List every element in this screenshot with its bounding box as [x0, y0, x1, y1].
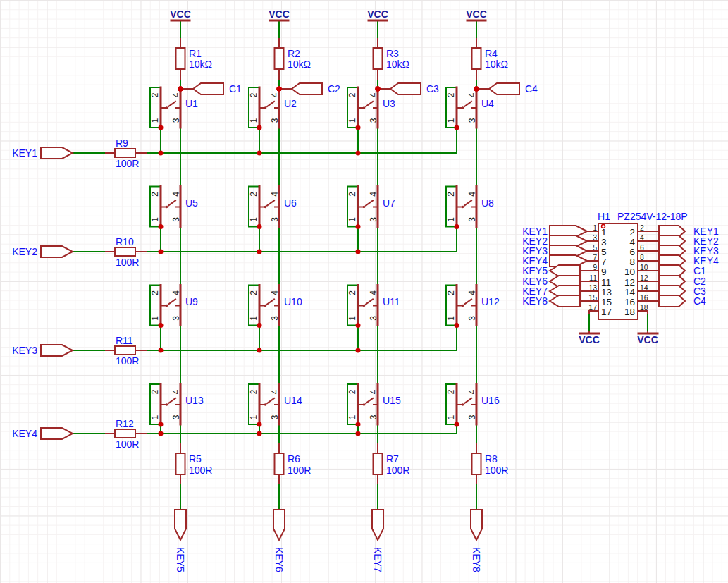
series-resistor[interactable]: R10100R [106, 236, 147, 268]
connector-vcc-left[interactable]: VCC [579, 311, 600, 345]
resistor-value[interactable]: 100R [116, 158, 139, 169]
connector-part[interactable]: PZ254V-12-18P [617, 211, 688, 222]
resistor-ref[interactable]: R2 [288, 48, 300, 59]
port-label[interactable]: C4 [693, 295, 706, 307]
port-flag[interactable] [41, 147, 73, 159]
key-switch[interactable]: 2413U13 [150, 384, 204, 424]
bottom-resistor[interactable]: R6100R [275, 444, 311, 484]
key-switch[interactable]: 2413U5 [150, 187, 198, 227]
port-flag[interactable] [489, 83, 519, 94]
resistor-value[interactable]: 100R [116, 257, 139, 268]
key-port[interactable]: KEY2 [12, 246, 73, 257]
key-switch[interactable]: 2413U11 [347, 286, 400, 326]
port-flag[interactable] [372, 510, 383, 540]
switch-ref[interactable]: U5 [185, 197, 198, 209]
port-label[interactable]: KEY8 [522, 295, 548, 307]
vcc-label[interactable]: VCC [269, 8, 290, 20]
resistor-ref[interactable]: R4 [485, 48, 498, 59]
key-switch[interactable]: 2413U4 [446, 87, 494, 128]
switch-ref[interactable]: U11 [383, 296, 400, 307]
series-resistor[interactable]: R12100R [106, 418, 147, 450]
switch-ref[interactable]: U10 [284, 296, 302, 307]
vcc-label[interactable]: VCC [466, 8, 487, 20]
port-flag[interactable] [292, 83, 322, 94]
connector-vcc-right[interactable]: VCC [637, 311, 658, 345]
port-flag[interactable] [273, 510, 285, 540]
resistor-value[interactable]: 10kΩ [485, 59, 508, 70]
port-flag[interactable] [41, 345, 73, 356]
resistor-ref[interactable]: R11 [116, 335, 133, 346]
column-port[interactable]: C4 [476, 83, 538, 94]
key-switch[interactable]: 2413U15 [347, 384, 401, 424]
switch-ref[interactable]: U6 [284, 197, 297, 209]
pullup-resistor[interactable]: R210kΩ [275, 39, 311, 79]
resistor-ref[interactable]: R3 [386, 48, 399, 59]
switch-ref[interactable]: U15 [383, 395, 401, 406]
resistor-value[interactable]: 100R [386, 465, 409, 476]
resistor-ref[interactable]: R5 [189, 453, 202, 465]
switch-ref[interactable]: U14 [284, 395, 302, 406]
pullup-resistor[interactable]: R110kΩ [176, 39, 213, 79]
resistor-value[interactable]: 100R [485, 465, 508, 476]
port-label[interactable]: KEY8 [471, 547, 482, 572]
resistor-ref[interactable]: R9 [116, 137, 128, 149]
port-flag[interactable] [390, 83, 421, 94]
key-switch[interactable]: 2413U2 [249, 87, 297, 128]
bottom-resistor[interactable]: R8100R [472, 444, 509, 484]
resistor-value[interactable]: 10kΩ [386, 59, 409, 70]
port-label[interactable]: C4 [525, 83, 538, 94]
port-label[interactable]: KEY1 [12, 147, 37, 159]
key-switch[interactable]: 2413U3 [347, 87, 395, 128]
bottom-port[interactable]: KEY8 [471, 510, 482, 572]
resistor-ref[interactable]: R7 [386, 453, 399, 465]
bottom-port[interactable]: KEY5 [175, 510, 186, 572]
port-label[interactable]: KEY6 [273, 547, 285, 572]
pullup-resistor[interactable]: R310kΩ [374, 39, 410, 79]
port-label[interactable]: C1 [693, 265, 706, 276]
resistor-value[interactable]: 100R [116, 355, 139, 367]
switch-ref[interactable]: U7 [383, 197, 395, 209]
port-flag[interactable] [550, 295, 580, 307]
key-port[interactable]: KEY3 [12, 345, 73, 356]
key-switch[interactable]: 2413U10 [249, 286, 302, 326]
series-resistor[interactable]: R9100R [106, 137, 147, 169]
bottom-resistor[interactable]: R7100R [374, 444, 410, 484]
vcc-label[interactable]: VCC [170, 8, 191, 20]
resistor-value[interactable]: 10kΩ [288, 59, 311, 70]
port-flag[interactable] [41, 246, 73, 257]
bottom-resistor[interactable]: R5100R [176, 444, 213, 484]
switch-ref[interactable]: U12 [481, 296, 500, 307]
switch-ref[interactable]: U1 [185, 98, 198, 109]
resistor-ref[interactable]: R1 [189, 48, 202, 59]
resistor-ref[interactable]: R6 [288, 453, 300, 465]
key-switch[interactable]: 2413U12 [446, 286, 500, 326]
switch-ref[interactable]: U16 [481, 395, 500, 406]
port-label[interactable]: KEY3 [12, 345, 37, 356]
column-port[interactable]: C3 [378, 83, 439, 94]
connector-ref[interactable]: H1 [598, 211, 610, 222]
key-switch[interactable]: 2413U6 [249, 187, 297, 227]
resistor-ref[interactable]: R10 [116, 236, 134, 247]
key-switch[interactable]: 2413U7 [347, 187, 395, 227]
resistor-value[interactable]: 100R [116, 438, 139, 450]
resistor-ref[interactable]: R12 [116, 418, 134, 429]
vcc-label[interactable]: VCC [367, 8, 388, 20]
resistor-ref[interactable]: R8 [485, 453, 498, 465]
port-flag[interactable] [471, 510, 482, 540]
port-flag[interactable] [659, 295, 685, 307]
connector-left-pin[interactable]: KEY5 [522, 265, 598, 276]
port-flag[interactable] [659, 265, 685, 276]
connector-left-pin[interactable]: KEY8 [522, 295, 598, 307]
port-label[interactable]: C3 [426, 83, 439, 94]
switch-ref[interactable]: U3 [383, 98, 395, 109]
key-port[interactable]: KEY1 [12, 147, 73, 159]
resistor-value[interactable]: 100R [189, 465, 212, 476]
series-resistor[interactable]: R11100R [106, 335, 147, 367]
vcc-net-flag[interactable]: VCC [269, 8, 290, 20]
port-flag[interactable] [193, 83, 223, 94]
switch-ref[interactable]: U4 [481, 98, 494, 109]
switch-ref[interactable]: U8 [481, 197, 494, 209]
schematic-canvas[interactable]: VCCR110kΩC1R5100RKEY5VCCR210kΩC2R6100RKE… [0, 0, 728, 583]
vcc-net-flag[interactable]: VCC [170, 8, 191, 20]
vcc-net-flag[interactable]: VCC [367, 8, 388, 20]
